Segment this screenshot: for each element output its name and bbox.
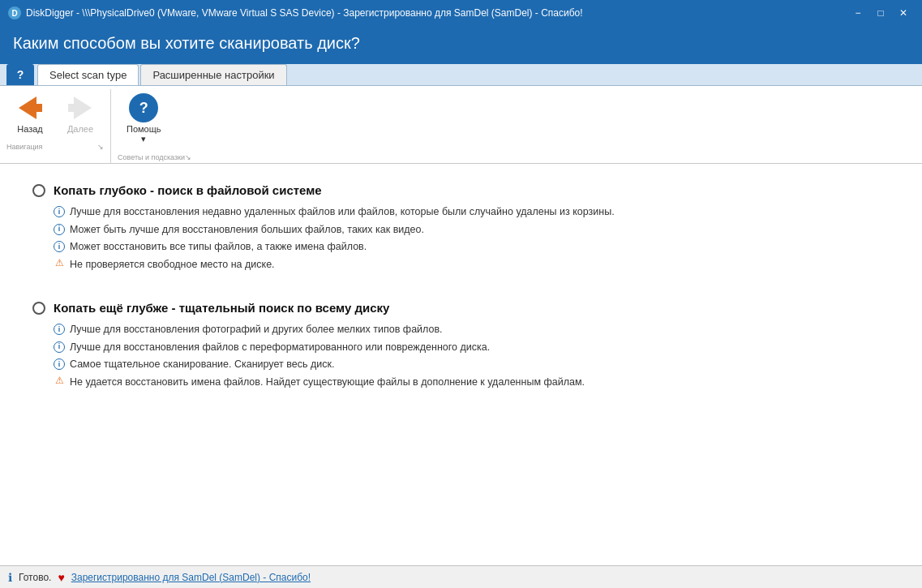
scan-option-2: Копать ещё глубже - тщательный поиск по … [32, 301, 890, 389]
detail-2-3: i Самое тщательное сканирование. Сканиру… [54, 358, 890, 372]
scan-option-2-details: i Лучше для восстановления фотографий и … [32, 323, 890, 389]
forward-button[interactable]: Далее [57, 89, 104, 138]
back-label: Назад [17, 124, 43, 134]
forward-icon [66, 93, 95, 122]
toolbar: Назад Далее Навигация ↘ ? Помощь▾ [0, 86, 922, 164]
detail-text-1-4: Не проверяется свободное место на диске. [70, 258, 275, 273]
maximize-button[interactable]: □ [870, 5, 891, 21]
detail-text-1-3: Может восстановить все типы файлов, а та… [70, 240, 367, 255]
status-bar: ℹ Готово. ♥ Зарегистрированно для SamDel… [0, 565, 922, 588]
detail-1-3: i Может восстановить все типы файлов, а … [54, 240, 890, 255]
toolbar-nav-section: Назад Далее Навигация ↘ [6, 89, 111, 163]
detail-text-1-1: Лучше для восстановления недавно удаленн… [70, 205, 615, 220]
tab-select-scan-type[interactable]: Select scan type [37, 64, 139, 85]
radio-option-1[interactable] [32, 184, 45, 197]
tab-bar: ? Select scan type Расширенные настройки [0, 64, 922, 86]
warn-icon-1-4: ⚠ [54, 258, 65, 269]
help-button[interactable]: ? Помощь▾ [118, 89, 170, 148]
tips-section-label: Советы и подсказки ↘ [118, 152, 191, 163]
title-bar-text: DiskDigger - \\\PhysicalDrive0 (VMware, … [26, 7, 583, 19]
detail-1-4: ⚠ Не проверяется свободное место на диск… [54, 258, 890, 273]
scan-option-2-header: Копать ещё глубже - тщательный поиск по … [32, 301, 890, 315]
detail-text-2-2: Лучше для восстановления файлов с перефо… [70, 341, 490, 355]
info-icon-2-2: i [54, 341, 65, 353]
back-button[interactable]: Назад [6, 89, 54, 138]
title-bar-left: D DiskDigger - \\\PhysicalDrive0 (VMware… [8, 6, 583, 19]
forward-label: Далее [67, 124, 93, 134]
close-button[interactable]: ✕ [893, 5, 914, 21]
info-icon-2-1: i [54, 324, 65, 335]
detail-1-1: i Лучше для восстановления недавно удале… [54, 205, 890, 220]
title-bar: D DiskDigger - \\\PhysicalDrive0 (VMware… [0, 0, 922, 26]
detail-1-2: i Может быть лучше для восстановления бо… [54, 223, 890, 238]
app-icon: D [8, 6, 21, 19]
scan-option-1-header: Копать глубоко - поиск в файловой систем… [32, 183, 890, 197]
status-text: Готово. [19, 572, 51, 583]
heart-icon: ♥ [58, 571, 64, 584]
back-icon [15, 93, 45, 122]
registration-link[interactable]: Зарегистрированно для SamDel (SamDel) - … [71, 572, 311, 583]
detail-text-2-1: Лучше для восстановления фотографий и др… [70, 323, 443, 337]
detail-text-2-4: Не удается восстановить имена файлов. На… [70, 376, 585, 390]
status-info-icon: ℹ [8, 571, 12, 584]
tab-question-icon: ? [6, 64, 34, 85]
detail-text-2-3: Самое тщательное сканирование. Сканирует… [70, 358, 334, 372]
warn-icon-2-4: ⚠ [54, 376, 65, 387]
detail-2-1: i Лучше для восстановления фотографий и … [54, 323, 890, 337]
scan-option-1-details: i Лучше для восстановления недавно удале… [32, 205, 890, 272]
toolbar-help-section: ? Помощь▾ Советы и подсказки ↘ [111, 89, 198, 163]
main-content: Копать глубоко - поиск в файловой систем… [0, 164, 922, 565]
title-bar-controls: − □ ✕ [847, 5, 914, 21]
page-heading: Каким способом вы хотите сканировать дис… [0, 26, 922, 64]
scan-option-2-title: Копать ещё глубже - тщательный поиск по … [54, 301, 389, 315]
info-icon-1-3: i [54, 241, 65, 252]
scan-option-1-title: Копать глубоко - поиск в файловой систем… [54, 183, 322, 197]
info-icon-1-1: i [54, 206, 65, 217]
minimize-button[interactable]: − [847, 5, 868, 21]
help-label: Помощь▾ [127, 124, 161, 144]
scan-option-1: Копать глубоко - поиск в файловой систем… [32, 183, 890, 272]
nav-section-label: Навигация ↘ [6, 141, 104, 152]
tab-advanced-settings[interactable]: Расширенные настройки [140, 64, 286, 85]
detail-2-4: ⚠ Не удается восстановить имена файлов. … [54, 376, 890, 390]
detail-2-2: i Лучше для восстановления файлов с пере… [54, 341, 890, 355]
toolbar-nav-buttons: Назад Далее [6, 89, 104, 141]
toolbar-help-buttons: ? Помощь▾ [118, 89, 191, 152]
help-icon: ? [129, 93, 158, 122]
radio-option-2[interactable] [32, 302, 45, 315]
info-icon-1-2: i [54, 224, 65, 235]
detail-text-1-2: Может быть лучше для восстановления боль… [70, 223, 424, 238]
info-icon-2-3: i [54, 358, 65, 370]
